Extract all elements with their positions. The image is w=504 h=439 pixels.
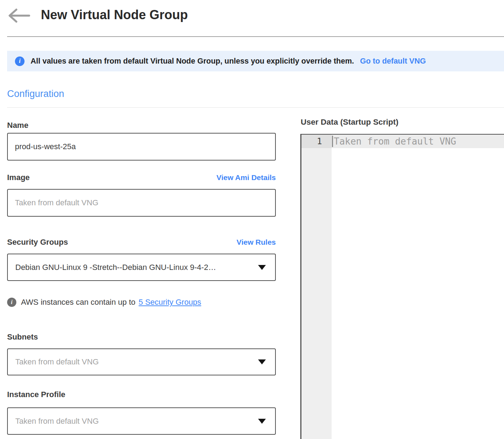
instance-profile-select[interactable]: Taken from default VNG: [7, 407, 276, 435]
security-groups-selected-value: Debian GNU-Linux 9 -Stretch--Debian GNU-…: [15, 263, 216, 272]
chevron-down-icon: [258, 359, 266, 364]
instance-profile-label: Instance Profile: [7, 390, 65, 399]
security-groups-note: i AWS instances can contain up to 5 Secu…: [7, 298, 201, 307]
security-groups-limit-link[interactable]: 5 Security Groups: [139, 298, 201, 307]
subnets-select[interactable]: Taken from default VNG: [7, 348, 276, 375]
configuration-section-title: Configuration: [7, 88, 64, 99]
go-to-default-vng-link[interactable]: Go to default VNG: [360, 57, 426, 66]
chevron-down-icon: [258, 419, 266, 424]
text-cursor-icon: [332, 136, 333, 147]
security-groups-select[interactable]: Debian GNU-Linux 9 -Stretch--Debian GNU-…: [7, 254, 276, 281]
page-title: New Virtual Node Group: [41, 7, 188, 22]
security-groups-label: Security Groups: [7, 238, 68, 247]
subnets-placeholder: Taken from default VNG: [15, 357, 99, 367]
security-groups-note-text: AWS instances can contain up to: [21, 298, 135, 307]
instance-profile-placeholder: Taken from default VNG: [15, 417, 99, 426]
view-rules-link[interactable]: View Rules: [237, 238, 276, 246]
banner-message: All values are taken from default Virtua…: [31, 57, 354, 66]
user-data-editor[interactable]: 1 Taken from default VNG: [300, 134, 504, 439]
user-data-label: User Data (Startup Script): [301, 118, 398, 127]
view-ami-details-link[interactable]: View Ami Details: [216, 173, 276, 182]
name-label: Name: [7, 121, 28, 130]
editor-gutter: 1: [301, 135, 332, 439]
back-arrow-icon[interactable]: [6, 8, 31, 23]
security-groups-field-header: Security Groups View Rules: [7, 238, 276, 247]
header-divider: [7, 36, 504, 37]
image-input[interactable]: [7, 189, 276, 217]
section-divider: [7, 107, 504, 108]
info-icon: i: [15, 56, 25, 66]
subnets-field-header: Subnets: [7, 332, 276, 342]
editor-placeholder-text: Taken from default VNG: [334, 136, 456, 147]
image-label: Image: [7, 173, 30, 182]
editor-line-number: 1: [301, 135, 332, 148]
chevron-down-icon: [258, 265, 266, 270]
subnets-label: Subnets: [7, 332, 38, 342]
instance-profile-field-header: Instance Profile: [7, 390, 276, 399]
info-icon: i: [7, 298, 16, 307]
info-banner: i All values are taken from default Virt…: [7, 51, 504, 71]
editor-active-line: Taken from default VNG: [332, 135, 504, 148]
name-input[interactable]: [7, 133, 276, 161]
image-field-header: Image View Ami Details: [7, 173, 276, 182]
name-field-header: Name: [7, 121, 276, 130]
